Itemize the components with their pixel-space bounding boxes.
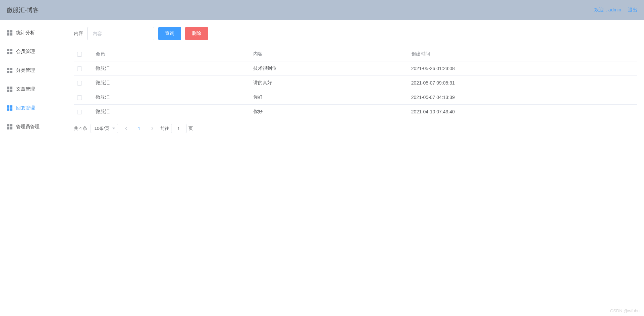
row-checkbox[interactable] [77,66,82,71]
sidebar-item-label: 分类管理 [16,67,35,73]
sidebar-item-label: 回复管理 [16,105,35,111]
cell-content: 你好 [250,90,408,105]
sidebar-item-label: 管理员管理 [16,124,40,130]
page-jump-input[interactable] [171,124,186,133]
username-link[interactable]: admin [608,7,621,12]
grid-icon [7,49,13,55]
svg-rect-12 [7,87,9,89]
page-jump: 前往 页 [160,124,193,133]
table-row: 微服汇 你好 2021-04-10 07:43:40 [74,105,637,119]
app-title: 微服汇-博客 [7,6,39,14]
svg-rect-5 [10,49,12,51]
svg-rect-9 [10,68,12,70]
cell-member: 微服汇 [92,61,250,76]
cell-created-at: 2021-05-26 01:23:08 [408,61,637,76]
svg-rect-14 [7,90,9,92]
data-table: 会员 内容 创建时间 微服汇 技术很到位 2021-05-26 01:23:08… [74,47,637,119]
header-member: 会员 [92,47,250,61]
svg-rect-3 [10,33,12,36]
sidebar: 统计分析 会员管理 分类管理 文章管理 回复管理 [0,20,67,316]
welcome-text: 欢迎，admin [594,7,621,13]
cell-created-at: 2021-04-10 07:43:40 [408,105,637,119]
header: 微服汇-博客 欢迎，admin 退出 [0,0,644,20]
svg-rect-0 [7,30,9,33]
query-button[interactable]: 查询 [158,27,181,40]
chevron-right-icon [151,127,154,130]
pagination-total: 共 4 条 [74,125,87,131]
svg-rect-22 [7,127,9,129]
cell-member: 微服汇 [92,105,250,119]
sidebar-item-replies[interactable]: 回复管理 [0,99,67,117]
table-row: 微服汇 你好 2021-05-07 04:13:39 [74,90,637,105]
header-created-at: 创建时间 [408,47,637,61]
svg-rect-20 [7,124,9,126]
grid-icon [7,105,13,111]
svg-rect-19 [10,108,12,111]
page-size-select[interactable]: 10条/页 [91,124,118,133]
svg-rect-2 [7,33,9,36]
grid-icon [7,67,13,73]
next-page-button[interactable] [148,124,157,133]
table-row: 微服汇 讲的真好 2021-05-07 09:05:31 [74,76,637,90]
cell-content: 你好 [250,105,408,119]
row-checkbox[interactable] [77,81,82,86]
grid-icon [7,124,13,130]
toolbar: 内容 查询 删除 [74,27,637,40]
header-checkbox-cell [74,47,92,61]
cell-created-at: 2021-05-07 09:05:31 [408,76,637,90]
cell-content: 讲的真好 [250,76,408,90]
svg-rect-10 [7,71,9,73]
table-row: 微服汇 技术很到位 2021-05-26 01:23:08 [74,61,637,76]
sidebar-item-members[interactable]: 会员管理 [0,42,67,61]
grid-icon [7,86,13,92]
delete-button[interactable]: 删除 [185,27,208,40]
svg-rect-6 [7,52,9,54]
row-checkbox[interactable] [77,95,82,100]
sidebar-item-label: 文章管理 [16,86,35,92]
svg-rect-18 [7,108,9,111]
row-checkbox[interactable] [77,110,82,114]
sidebar-item-statistics[interactable]: 统计分析 [0,23,67,42]
cell-created-at: 2021-05-07 04:13:39 [408,90,637,105]
svg-rect-16 [7,105,9,108]
cell-content: 技术很到位 [250,61,408,76]
sidebar-item-label: 统计分析 [16,30,35,36]
prev-page-button[interactable] [121,124,131,133]
svg-rect-1 [10,30,12,33]
svg-rect-8 [7,68,9,70]
header-right: 欢迎，admin 退出 [594,7,637,13]
content-input[interactable] [87,27,154,40]
grid-icon [7,30,13,36]
svg-rect-15 [10,90,12,92]
svg-rect-17 [10,105,12,108]
pagination: 共 4 条 10条/页 1 前往 页 [74,124,637,133]
cell-member: 微服汇 [92,90,250,105]
sidebar-item-label: 会员管理 [16,49,35,55]
sidebar-item-admins[interactable]: 管理员管理 [0,117,67,136]
svg-rect-7 [10,52,12,54]
chevron-left-icon [125,127,127,130]
sidebar-item-categories[interactable]: 分类管理 [0,61,67,80]
sidebar-item-articles[interactable]: 文章管理 [0,80,67,99]
svg-rect-13 [10,87,12,89]
svg-rect-4 [7,49,9,51]
select-all-checkbox[interactable] [77,52,82,57]
logout-link[interactable]: 退出 [628,7,637,13]
content-label: 内容 [74,31,83,37]
cell-member: 微服汇 [92,76,250,90]
header-content: 内容 [250,47,408,61]
svg-rect-21 [10,124,12,126]
svg-rect-23 [10,127,12,129]
page-number[interactable]: 1 [134,124,144,133]
main-content: 内容 查询 删除 会员 内容 创建时间 微服汇 技术 [67,20,644,316]
svg-rect-11 [10,71,12,73]
